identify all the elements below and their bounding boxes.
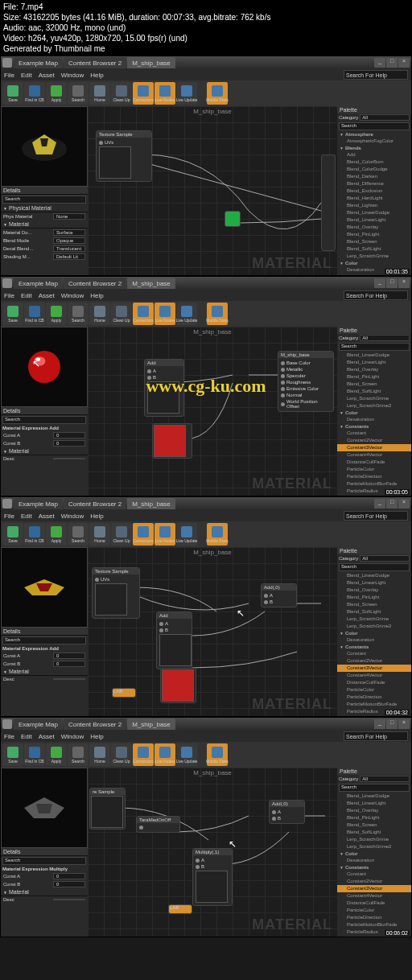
tab-example-map[interactable]: Example Map <box>14 278 63 289</box>
tab-material[interactable]: M_ship_base <box>127 719 175 730</box>
liveupdate-button[interactable]: Live Update <box>176 523 197 546</box>
apply-button[interactable]: Apply <box>46 523 67 546</box>
val-decal[interactable]: Translucent <box>53 245 85 252</box>
maximize-button[interactable]: □ <box>386 58 398 68</box>
close-button[interactable]: × <box>398 278 410 288</box>
node-add[interactable]: Add AB <box>156 611 192 669</box>
menu-help[interactable]: Help <box>90 513 103 520</box>
node-add[interactable]: Add(,0) AB <box>269 800 305 824</box>
node-thumb[interactable] <box>152 423 192 459</box>
val-blend[interactable]: Opaque <box>53 237 85 244</box>
node-small[interactable] <box>225 211 241 227</box>
material-graph[interactable]: M_ship_base Texture Sample UVs Add AB LA… <box>88 547 337 716</box>
menu-file[interactable]: File <box>4 72 14 79</box>
palette-search[interactable]: Search <box>339 343 410 351</box>
palette-list[interactable]: Blend_LinearDodge Blend_LinearLight Blen… <box>337 793 411 937</box>
node-sample[interactable]: re Sample <box>89 788 126 830</box>
node-add2[interactable]: Add(,0) AB <box>261 583 297 607</box>
section-material[interactable]: Material <box>1 668 88 676</box>
details-search[interactable]: Search <box>2 196 86 204</box>
search-button[interactable]: Search <box>68 743 89 766</box>
help-search-input[interactable]: Search For Help <box>344 70 408 80</box>
search-button[interactable]: Search <box>68 523 89 546</box>
stats-button[interactable]: Mobile Stats <box>207 743 228 766</box>
node-taraon[interactable]: TaraMedOnOff <box>136 816 180 833</box>
node-lab[interactable]: LAB <box>112 688 136 698</box>
material-graph[interactable]: M_ship_base Texture Sample UVs MATERIAL <box>88 106 337 275</box>
menu-window[interactable]: Window <box>61 72 84 79</box>
details-search[interactable]: Search <box>2 416 86 424</box>
section-material[interactable]: Material <box>1 888 88 896</box>
close-button[interactable]: × <box>398 499 410 509</box>
menu-file[interactable]: File <box>4 733 14 740</box>
material-graph[interactable]: M_ship_base re Sample TaraMedOnOff Multi… <box>88 768 337 937</box>
node-add[interactable]: Add AB <box>144 359 184 417</box>
section-material[interactable]: Material <box>1 220 88 229</box>
material-preview[interactable] <box>1 106 88 187</box>
search-button[interactable]: Search <box>68 82 89 105</box>
tab-content-browser[interactable]: Content Browser 2 <box>64 719 126 730</box>
livenodes-button[interactable]: Live Nodes <box>154 743 175 766</box>
menu-asset[interactable]: Asset <box>39 733 55 740</box>
tab-content-browser[interactable]: Content Browser 2 <box>64 57 126 68</box>
tab-example-map[interactable]: Example Map <box>14 498 63 509</box>
menu-window[interactable]: Window <box>61 513 84 520</box>
node-material-output[interactable]: M_ship_base Base Color Metallic Specular… <box>278 351 334 412</box>
liveupdate-button[interactable]: Live Update <box>176 303 197 325</box>
palette-search[interactable]: Search <box>339 563 410 571</box>
node-texture-sample[interactable]: Texture Sample UVs <box>96 130 152 182</box>
menu-asset[interactable]: Asset <box>39 513 55 520</box>
menu-help[interactable]: Help <box>90 733 103 740</box>
palette-list[interactable]: Blend_LinearDodge Blend_LinearLight Blen… <box>337 572 411 716</box>
node-material-output[interactable] <box>321 154 336 251</box>
material-preview[interactable] <box>1 768 88 848</box>
maximize-button[interactable]: □ <box>386 278 398 288</box>
minimize-button[interactable]: _ <box>374 58 385 68</box>
val-phys[interactable]: None <box>53 213 85 220</box>
liveupdate-button[interactable]: Live Update <box>176 82 197 105</box>
minimize-button[interactable]: _ <box>374 499 385 509</box>
stats-button[interactable]: Mobile Stats <box>207 303 228 325</box>
maximize-button[interactable]: □ <box>386 499 398 509</box>
material-graph[interactable]: M_ship_base Add AB M_ship_base Base Colo… <box>88 327 337 496</box>
menu-asset[interactable]: Asset <box>39 72 55 79</box>
details-search[interactable]: Search <box>2 636 86 644</box>
menu-window[interactable]: Window <box>61 292 84 299</box>
tab-example-map[interactable]: Example Map <box>14 57 63 68</box>
node-multiply[interactable]: Multiply(,1) AB <box>192 848 233 906</box>
save-button[interactable]: Save <box>2 523 23 546</box>
tab-material[interactable]: M_ship_base <box>127 498 175 509</box>
category-select[interactable]: All <box>360 114 410 121</box>
search-button[interactable]: Search <box>68 303 89 325</box>
save-button[interactable]: Save <box>2 82 23 105</box>
menu-file[interactable]: File <box>4 292 14 299</box>
home-button[interactable]: Home <box>89 743 110 766</box>
livenodes-button[interactable]: Live Nodes <box>154 303 175 325</box>
palette-list[interactable]: Atmosphere AtmosphericFogColor Blends Ad… <box>337 131 411 275</box>
tab-content-browser[interactable]: Content Browser 2 <box>64 278 126 289</box>
node-red-thumb[interactable] <box>160 668 196 703</box>
menu-edit[interactable]: Edit <box>21 292 32 299</box>
connectors-button[interactable]: Connectors <box>133 82 154 105</box>
cleanup-button[interactable]: Clean Up <box>111 303 132 325</box>
menu-window[interactable]: Window <box>61 733 84 740</box>
help-search-input[interactable]: Search For Help <box>344 511 408 521</box>
save-button[interactable]: Save <box>2 303 23 325</box>
connectors-button[interactable]: Connectors <box>133 743 154 766</box>
close-button[interactable]: × <box>398 58 410 68</box>
minimize-button[interactable]: _ <box>374 719 385 729</box>
val-shade[interactable]: Default Lit <box>53 253 85 260</box>
menu-help[interactable]: Help <box>90 292 103 299</box>
home-button[interactable]: Home <box>89 303 110 325</box>
details-search[interactable]: Search <box>2 857 86 865</box>
apply-button[interactable]: Apply <box>46 743 67 766</box>
section-physical-material[interactable]: Physical Material <box>1 204 88 212</box>
section-multiply[interactable]: Material Expression Multiply <box>1 866 88 872</box>
livenodes-button[interactable]: Live Nodes <box>154 523 175 546</box>
val-domain[interactable]: Surface <box>53 229 85 236</box>
cleanup-button[interactable]: Clean Up <box>111 523 132 546</box>
save-button[interactable]: Save <box>2 743 23 766</box>
liveupdate-button[interactable]: Live Update <box>176 743 197 766</box>
maximize-button[interactable]: □ <box>386 719 398 729</box>
find-button[interactable]: Find in CB <box>24 82 45 105</box>
